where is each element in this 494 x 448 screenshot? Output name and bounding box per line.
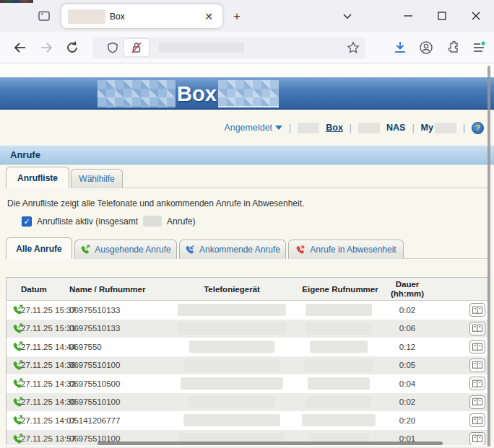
tab-waehlhilfe[interactable]: Wählhilfe bbox=[71, 169, 123, 188]
nav-link-nas[interactable]: NAS bbox=[386, 123, 405, 133]
phonebook-icon bbox=[472, 306, 483, 315]
call-table-header: Datum Name / Rufnummer Telefoniegerät Ei… bbox=[6, 278, 488, 301]
new-tab-button[interactable]: + bbox=[228, 8, 246, 25]
window-maximize-button[interactable] bbox=[431, 6, 453, 26]
page-title: Anrufe bbox=[10, 149, 40, 160]
forward-icon[interactable] bbox=[39, 40, 53, 55]
filter-tab-anrufe-in-abwesenheit[interactable]: Anrufe in Abwesenheit bbox=[288, 240, 404, 259]
logo-redacted-left bbox=[98, 80, 176, 107]
call-table-body: 27.11.25 15:37 06975510133 0:02 27.11.25… bbox=[6, 301, 488, 448]
back-icon[interactable] bbox=[13, 40, 27, 55]
nav-separator: | bbox=[289, 123, 291, 133]
call-duration: 0:06 bbox=[378, 320, 436, 338]
browser-window: Box ✕ + bbox=[0, 0, 494, 448]
add-to-phonebook-button[interactable] bbox=[469, 338, 486, 356]
anrufliste-aktiv-checkbox[interactable]: ✓ bbox=[22, 216, 32, 227]
call-number: 06975510100 bbox=[69, 393, 120, 412]
url-bar[interactable] bbox=[92, 37, 365, 58]
filter-tab-ankommende-anrufe[interactable]: Ankommende Anrufe bbox=[179, 240, 286, 259]
app-menu-hamburger-icon[interactable] bbox=[472, 40, 486, 55]
column-header-name-rufnummer: Name / Rufnummer bbox=[69, 278, 145, 301]
brand-banner: Box bbox=[0, 77, 494, 110]
call-number: 06975510133 bbox=[69, 320, 120, 338]
tab-list-chevron-icon[interactable] bbox=[341, 9, 354, 22]
call-table-row: 27.11.25 14:30 06975510100 0:02 bbox=[6, 393, 488, 412]
call-number: 06975510500 bbox=[69, 374, 120, 393]
filter-tab-alle-anrufe[interactable]: Alle Anrufe bbox=[6, 237, 72, 259]
call-device-redacted bbox=[174, 393, 290, 412]
downloads-icon[interactable] bbox=[393, 40, 407, 55]
phonebook-icon bbox=[472, 324, 483, 333]
logo-redacted-right bbox=[218, 80, 279, 107]
table-bottom-edge bbox=[6, 445, 488, 447]
page-top-strip bbox=[0, 64, 494, 77]
call-own-number-redacted bbox=[295, 393, 382, 412]
nav-link-redacted bbox=[435, 123, 456, 133]
help-icon[interactable]: ? bbox=[472, 122, 484, 134]
window-close-button[interactable] bbox=[465, 6, 487, 26]
browser-tab[interactable]: Box ✕ bbox=[61, 4, 222, 28]
firefox-view-icon[interactable] bbox=[38, 9, 51, 22]
call-duration: 0:04 bbox=[378, 374, 436, 393]
page-viewport: Box Angemeldet | Box | NAS | My | ? An bbox=[0, 64, 494, 448]
call-device-redacted bbox=[174, 301, 290, 320]
browser-titlebar: Box ✕ + bbox=[0, 0, 494, 32]
call-table-row: 27.11.25 15:37 06975510133 0:02 bbox=[6, 301, 488, 320]
add-to-phonebook-button[interactable] bbox=[469, 356, 486, 375]
call-date: 27.11.25 14:30 bbox=[21, 393, 76, 412]
phonebook-icon bbox=[472, 434, 483, 443]
call-device-redacted bbox=[174, 338, 290, 356]
checkbox-label-before: Anrufliste aktiv (insgesamt bbox=[37, 216, 138, 227]
add-to-phonebook-button[interactable] bbox=[469, 374, 486, 393]
page-description: Die Anrufliste zeigt alle Telefonate und… bbox=[7, 198, 304, 208]
incoming-call-icon bbox=[185, 245, 195, 255]
insecure-lock-icon[interactable] bbox=[124, 39, 149, 56]
call-device-redacted bbox=[174, 411, 290, 430]
url-text-redacted bbox=[159, 43, 244, 53]
reload-icon[interactable] bbox=[65, 40, 79, 55]
nav-link-my[interactable]: My bbox=[421, 123, 456, 133]
nav-link-redacted bbox=[358, 123, 380, 133]
page-header-bar: Anrufe bbox=[0, 145, 494, 164]
brand-logo: Box bbox=[98, 80, 279, 107]
column-header-telefoniegeraet: Telefoniegerät bbox=[174, 278, 290, 301]
tab-title-redacted bbox=[68, 9, 105, 24]
filter-tab-ausgehende-anrufe[interactable]: Ausgehende Anrufe bbox=[74, 240, 177, 259]
add-to-phonebook-button[interactable] bbox=[469, 320, 486, 338]
call-number: 05141206777 bbox=[69, 411, 120, 430]
nav-separator: | bbox=[412, 123, 414, 133]
call-date: 27.11.25 14:32 bbox=[21, 374, 76, 393]
call-date: 27.11.25 14:36 bbox=[21, 356, 76, 375]
account-icon[interactable] bbox=[419, 40, 433, 55]
tracking-protection-shield-icon[interactable] bbox=[107, 42, 118, 53]
tab-title: Box bbox=[110, 12, 202, 22]
session-label: Angemeldet bbox=[224, 123, 272, 133]
tab-close-icon[interactable]: ✕ bbox=[202, 9, 216, 24]
call-duration: 0:02 bbox=[378, 301, 436, 320]
call-own-number-redacted bbox=[295, 338, 382, 356]
session-menu[interactable]: Angemeldet bbox=[224, 123, 282, 133]
add-to-phonebook-button[interactable] bbox=[469, 393, 486, 412]
call-date: 27.11.25 15:31 bbox=[21, 320, 76, 338]
extensions-puzzle-icon[interactable] bbox=[446, 40, 460, 55]
filter-tab-baseline bbox=[403, 258, 488, 259]
bookmark-star-icon[interactable] bbox=[347, 41, 360, 54]
call-own-number-redacted bbox=[295, 374, 382, 393]
nav-link-box[interactable]: Box bbox=[326, 123, 343, 133]
column-header-datum: Datum bbox=[21, 278, 47, 301]
vertical-scrollbar[interactable] bbox=[488, 66, 490, 447]
tab-anrufliste[interactable]: Anrufliste bbox=[6, 167, 69, 188]
call-date: 27.11.25 15:37 bbox=[21, 301, 76, 320]
tab-baseline bbox=[123, 188, 488, 188]
call-device-redacted bbox=[174, 374, 290, 393]
nav-link-redacted bbox=[298, 123, 319, 133]
window-minimize-button[interactable] bbox=[397, 6, 419, 26]
horizontal-scrollbar[interactable] bbox=[98, 442, 443, 445]
add-to-phonebook-button[interactable] bbox=[469, 411, 486, 430]
logo-text: Box bbox=[176, 80, 218, 107]
call-duration: 0:02 bbox=[378, 393, 436, 412]
add-to-phonebook-button[interactable] bbox=[469, 301, 486, 320]
call-date: 27.11.25 14:07 bbox=[21, 411, 76, 430]
nav-separator: | bbox=[463, 123, 465, 133]
call-duration: 0:12 bbox=[378, 338, 436, 356]
